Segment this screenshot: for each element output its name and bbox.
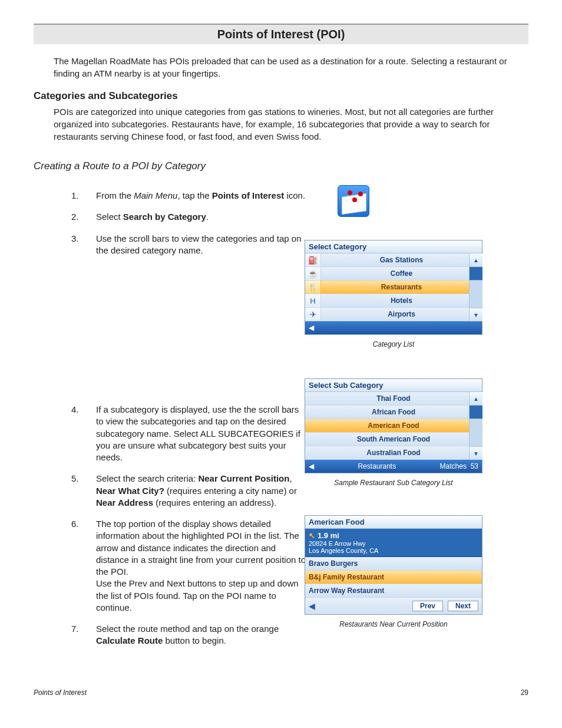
- subcat-row[interactable]: Australian Food: [305, 446, 482, 460]
- back-icon[interactable]: ◀: [309, 324, 314, 332]
- scroll-thumb[interactable]: [470, 406, 482, 419]
- step-1: From the Main Menu, tap the Points of In…: [71, 190, 528, 202]
- prev-button[interactable]: Prev: [412, 601, 443, 611]
- back-icon[interactable]: ◀: [309, 601, 315, 611]
- category-row-restaurants[interactable]: 🍴Restaurants: [305, 281, 482, 294]
- footer-page-number: 29: [521, 689, 528, 697]
- scroll-up-icon[interactable]: ▲: [470, 392, 482, 406]
- page-footer: Points of Interest 29: [34, 689, 528, 697]
- poi-info-block: ↖1.9 mi 20824 E Arrow Hwy Los Angeles Co…: [305, 529, 482, 557]
- subcat-row[interactable]: African Food: [305, 406, 482, 419]
- device3-title: American Food: [305, 516, 482, 529]
- subcat-row[interactable]: South American Food: [305, 433, 482, 446]
- category-row-airports[interactable]: ✈Airports: [305, 308, 482, 321]
- hotel-icon: H: [305, 294, 321, 307]
- back-icon[interactable]: ◀: [309, 462, 314, 470]
- poi-result-row[interactable]: Arrow Way Restaurant: [305, 584, 482, 598]
- section-text: POIs are categorized into unique categor…: [54, 106, 528, 143]
- next-button[interactable]: Next: [448, 601, 478, 611]
- device1-caption: Category List: [305, 340, 482, 348]
- step-2: Select Search by Category.: [71, 211, 528, 223]
- scroll-track[interactable]: [470, 419, 482, 446]
- device-subcategory-list: Select Sub Category Thai Food African Fo…: [305, 378, 482, 473]
- device3-bottom-nav: ◀ Prev Next: [305, 598, 482, 614]
- gas-icon: ⛽: [305, 253, 321, 266]
- page-title: Points of Interest (POI): [34, 24, 528, 44]
- category-row-hotels[interactable]: HHotels: [305, 294, 482, 308]
- poi-result-row[interactable]: Bravo Burgers: [305, 557, 482, 571]
- device-category-list: Select Category ⛽Gas Stations ☕Coffee 🍴R…: [305, 240, 482, 335]
- restaurant-icon: 🍴: [305, 281, 321, 294]
- matches-label: Matches: [440, 462, 467, 470]
- scrollbar[interactable]: ▲ ▼: [469, 253, 482, 321]
- footer-left: Points of Interest: [34, 689, 87, 697]
- device2-caption: Sample Restaurant Sub Category List: [305, 479, 482, 487]
- address-line-1: 20824 E Arrow Hwy: [309, 540, 478, 547]
- direction-arrow-icon: ↖: [309, 531, 315, 540]
- scroll-up-icon[interactable]: ▲: [470, 253, 482, 267]
- matches-value: 53: [471, 462, 478, 470]
- scrollbar[interactable]: ▲ ▼: [469, 392, 482, 460]
- device2-title: Select Sub Category: [305, 379, 482, 392]
- scroll-down-icon[interactable]: ▼: [470, 446, 482, 460]
- distance-value: 1.9 mi: [318, 531, 339, 540]
- scroll-thumb[interactable]: [470, 267, 482, 281]
- category-row-gas[interactable]: ⛽Gas Stations: [305, 253, 482, 267]
- section-heading: Categories and Subcategories: [34, 90, 528, 102]
- device-poi-results: American Food ↖1.9 mi 20824 E Arrow Hwy …: [305, 515, 482, 615]
- subcat-row-selected[interactable]: American Food: [305, 419, 482, 433]
- nav-label: Restaurants: [314, 462, 440, 470]
- device2-nav: ◀ Restaurants Matches 53: [305, 460, 482, 473]
- category-row-coffee[interactable]: ☕Coffee: [305, 267, 482, 281]
- scroll-down-icon[interactable]: ▼: [470, 308, 482, 321]
- poi-result-row-selected[interactable]: B&j Family Restaurant: [305, 571, 482, 584]
- coffee-icon: ☕: [305, 267, 321, 280]
- intro-paragraph: The Magellan RoadMate has POIs preloaded…: [54, 55, 528, 80]
- device1-title: Select Category: [305, 241, 482, 253]
- airport-icon: ✈: [305, 308, 321, 321]
- scroll-track[interactable]: [470, 281, 482, 308]
- subcat-row[interactable]: Thai Food: [305, 392, 482, 406]
- subheading: Creating a Route to a POI by Category: [34, 160, 528, 172]
- device3-caption: Restaurants Near Current Position: [305, 620, 482, 628]
- address-line-2: Los Angeles County, CA: [309, 547, 478, 554]
- device1-nav: ◀: [305, 321, 482, 334]
